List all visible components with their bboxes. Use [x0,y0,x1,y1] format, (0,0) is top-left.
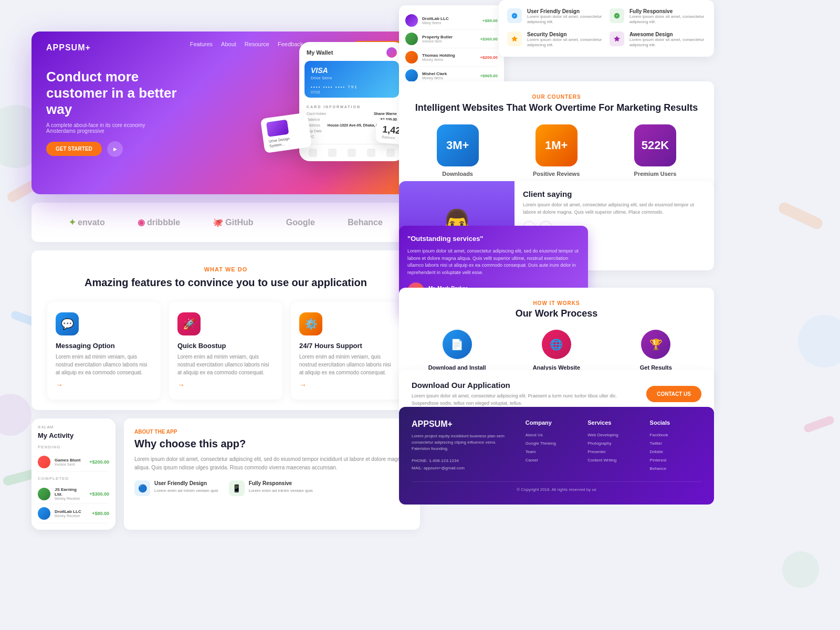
features-title: Amazing features to convince you to use … [47,276,404,289]
feature-arrow-support[interactable]: → [299,381,396,389]
nav-resource[interactable]: Resource [245,41,269,54]
dash-desc-1: Lorem ipsum dolor sit amet, consectetur … [527,14,603,25]
nav-about[interactable]: About [221,41,236,54]
visa-number: •••• •••• •••• 791 [311,85,393,89]
activity-type-1: Invoice Sent [55,463,85,466]
feature-title-support: 24/7 Hours Support [299,342,396,350]
table-name-3: Thomas Holding [422,53,455,58]
wallet-icon-2 [328,149,337,157]
footer-item-twitter[interactable]: Twitter [650,439,701,448]
wallet-title: My Wallet [307,49,333,56]
footer-item-google[interactable]: Google Thinking [526,439,577,448]
bottom-row: 9:41 AM My Activity PENDING Games Blunt … [32,418,420,530]
client-saying-title: Client saying [523,190,706,198]
footer-item-about[interactable]: About Us [526,431,577,439]
visa-logo: VISA [311,66,393,75]
card-holder-value: Shane Warne [374,112,397,116]
footer-item-photography[interactable]: Photography [587,439,639,448]
table-row-2: Property Butler Invoice Item +$360.00 [405,30,498,48]
counter-box-reviews: 1M+ [536,124,578,166]
counter-box-downloads: 3M+ [437,124,479,166]
activity-title: My Activity [38,432,109,439]
brand-envato: ✦ envato [69,217,105,227]
counters-title: Intelligent Websites That Work Overtime … [414,102,699,114]
activity-time: 9:41 AM [38,425,109,429]
balance-label: Balance [307,118,320,121]
about-features-row: 🔵 User Friendly Design Lorem enim ad min… [134,480,410,496]
footer-item-webdev[interactable]: Web Developing [587,431,639,439]
activity-type-2: Money Receive [55,497,85,500]
footer-item-content[interactable]: Content Writing [587,456,639,465]
mini-feature-text-2: Fully Responsive Lorem enim ad minim ven… [249,480,313,494]
hero-subtitle: A complete about-face in its core econom… [46,122,162,134]
testimonial-text: Lorem ipsum dolor sit amet, consectetur … [407,248,580,276]
table-info-3: Thomas Holding Money Items [422,53,455,61]
table-avatar-4 [405,69,418,82]
left-section: APPSUM+ Features About Resource Feedback… [32,32,420,530]
counter-label-reviews: Positive Reviews [533,171,580,177]
feature-card-boostup: 🚀 Quick Boostup Lorem enim ad minim veni… [169,302,282,400]
footer-item-career[interactable]: Career [526,456,577,465]
feature-desc-support: Lorem enim ad minim veniam, quis nostrud… [299,353,396,376]
nav-features[interactable]: Features [190,41,213,54]
feature-icon-boostup: 🚀 [177,312,201,335]
about-title: Why choose this app? [134,438,410,450]
table-row-1: DroitLab LLC Many Items +$89.00 [405,12,498,30]
get-started-button[interactable]: GET STARTED [46,142,102,156]
activity-info-2: JS Earning Ltd. Money Receive [55,487,85,500]
footer-brand-name: APPSUM+ [412,419,515,429]
footer-item-team[interactable]: Team [526,448,577,456]
card-info-title: CARD INFORMATION [307,105,397,109]
wallet-icon-1 [309,149,317,157]
footer-contact: PHONE: 1-408-123-1234 MAIL: appsum+@gmai… [412,457,515,472]
table-role-1: Many Items [422,21,449,25]
activity-type-3: Money Receive [55,514,88,518]
process-tag: HOW IT WORKS [412,300,701,306]
dashboard-card: User Friendly Design Lorem ipsum dolor s… [499,0,714,57]
footer-item-presenter[interactable]: Presenter [587,448,639,456]
dash-title-3: Security Design [527,32,603,37]
mini-feature-2: 📱 Fully Responsive Lorem enim ad minim v… [229,480,313,496]
feature-arrow-boostup[interactable]: → [177,381,274,389]
features-section: WHAT WE DO Amazing features to convince … [32,250,420,410]
activity-item-3: DroitLab LLC Money Receive +$80.00 [38,504,109,523]
download-contact-button[interactable]: CONTACT US [646,386,701,402]
footer-copyright: © Copyright 2018. All rights reserved by… [412,487,701,492]
table-row-3: Thomas Holding Money Items +$200.00 [405,48,498,67]
feature-arrow-messaging[interactable]: → [56,381,152,389]
activity-item-1: Games Blunt Invoice Sent +$200.00 [38,453,109,472]
footer-item-facebook[interactable]: Facebook [650,431,701,439]
counter-downloads: 3M+ Downloads [437,124,479,177]
table-role-4: Money Items [422,76,447,80]
activity-item-2: JS Earning Ltd. Money Receive +$300.00 [38,484,109,504]
dash-title-2: Fully Responsive [629,8,706,14]
dash-item-1: User Friendly Design Lorem ipsum dolor s… [507,8,603,25]
dash-item-3: Security Design Lorem ipsum dolor sit am… [507,32,603,48]
footer-item-behance[interactable]: Behance [650,465,701,473]
footer-item-pinterest[interactable]: Pinterest [650,456,701,465]
dashboard-grid: User Friendly Design Lorem ipsum dolor s… [507,8,706,48]
footer-col-socials: Socials Facebook Twitter Dribble Pintere… [650,419,701,473]
feature-icon-messaging: 💬 [56,312,79,335]
feature-title-boostup: Quick Boostup [177,342,274,350]
mini-feature-desc-1: Lorem enim ad minim veniam quis [154,488,218,494]
features-grid: 💬 Messaging Option Lorem enim ad minim v… [47,302,404,400]
play-button[interactable] [107,141,123,157]
footer-divider [412,481,701,482]
wallet-header: My Wallet [299,42,404,61]
feature-desc-boostup: Lorem enim ad minim veniam, quis nostrud… [177,353,274,376]
dash-icon-1 [507,8,522,23]
table-amount-3: +$200.00 [480,55,498,60]
activity-mockup: 9:41 AM My Activity PENDING Games Blunt … [32,418,116,530]
download-desc: Lorem ipsum dolor sit amet, consectetur … [412,393,636,407]
feature-desc-messaging: Lorem enim ad minim veniam, quis nostrud… [56,353,152,376]
features-tag: WHAT WE DO [47,266,404,272]
counters-tag: OUR COUNTERS [414,94,699,100]
footer-item-dribble[interactable]: Dribble [650,448,701,456]
dash-title-1: User Friendly Design [527,8,603,14]
brands-section: ✦ envato ◉ dribbble 🐙 GitHub Google Beha… [32,203,420,242]
dash-desc-2: Lorem ipsum dolor sit amet, consectetur … [629,14,706,25]
table-info-1: DroitLab LLC Many Items [422,16,449,25]
table-avatar-1 [405,14,418,27]
wallet-icon-4 [367,149,375,157]
